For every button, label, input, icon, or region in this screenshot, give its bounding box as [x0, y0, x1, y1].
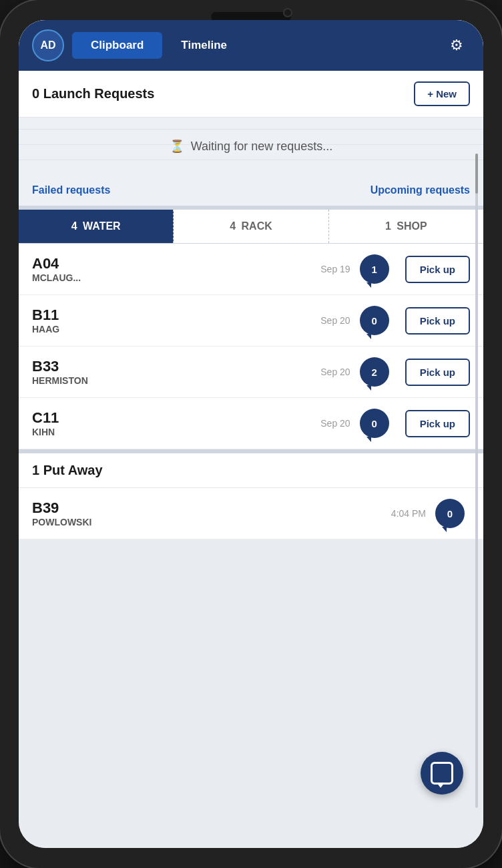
settings-button[interactable]: ⚙ — [443, 32, 470, 59]
item-middle: 4:04 PM 0 — [391, 499, 465, 528]
new-request-button[interactable]: + New — [414, 81, 470, 106]
failed-requests-link[interactable]: Failed requests — [32, 184, 110, 196]
comment-badge[interactable]: 0 — [360, 409, 389, 438]
tab-water[interactable]: 4 WATER — [19, 210, 174, 243]
list-item: B39 POWLOWSKI 4:04 PM 0 — [19, 488, 483, 539]
item-code: C11 — [32, 409, 320, 427]
item-name: MCLAUG... — [32, 272, 320, 283]
item-name: HERMISTON — [32, 375, 320, 386]
item-middle: Sep 20 0 — [320, 306, 389, 335]
pickup-button[interactable]: Pick up — [405, 359, 470, 386]
launch-requests-title: 0 Launch Requests — [32, 86, 154, 101]
scrollbar-track[interactable] — [475, 154, 478, 808]
item-name: POWLOWSKI — [32, 517, 391, 527]
category-tabs: 4 WATER 4 RACK 1 SHOP — [19, 210, 483, 244]
app-header: AD Clipboard Timeline ⚙ — [19, 20, 483, 71]
shop-count: 1 — [385, 220, 391, 232]
item-code: A04 — [32, 255, 320, 272]
tab-rack[interactable]: 4 RACK — [174, 210, 328, 243]
item-code: B33 — [32, 358, 320, 375]
chat-icon — [431, 762, 453, 785]
item-info: B11 HAAG — [32, 306, 320, 335]
waiting-message: Waiting for new requests... — [191, 140, 332, 153]
tab-timeline[interactable]: Timeline — [162, 32, 246, 59]
list-item: C11 KIHN Sep 20 0 Pick up — [19, 398, 483, 449]
item-info: B39 POWLOWSKI — [32, 499, 391, 527]
pickup-button[interactable]: Pick up — [405, 410, 470, 437]
item-date: Sep 20 — [320, 367, 350, 377]
item-middle: Sep 19 1 — [320, 254, 389, 284]
shop-label: SHOP — [397, 220, 427, 232]
links-row: Failed requests Upcoming requests — [19, 175, 483, 206]
item-info: A04 MCLAUG... — [32, 255, 320, 283]
comment-badge[interactable]: 1 — [360, 254, 389, 284]
water-items-list: A04 MCLAUG... Sep 19 1 Pick up B11 HAAG — [19, 244, 483, 449]
rack-count: 4 — [230, 220, 236, 232]
item-date: Sep 20 — [320, 418, 350, 429]
put-away-title: 1 Put Away — [32, 463, 103, 477]
comment-badge[interactable]: 2 — [360, 357, 389, 387]
item-date: Sep 19 — [320, 264, 350, 274]
list-item: A04 MCLAUG... Sep 19 1 Pick up — [19, 244, 483, 295]
item-middle: Sep 20 0 — [320, 409, 389, 438]
item-code: B11 — [32, 306, 320, 324]
put-away-items-list: B39 POWLOWSKI 4:04 PM 0 — [19, 488, 483, 539]
waiting-text: ⏳ Waiting for new requests... — [170, 140, 332, 153]
item-info: B33 HERMISTON — [32, 358, 320, 386]
launch-requests-header: 0 Launch Requests + New — [19, 71, 483, 118]
water-count: 4 — [71, 220, 77, 232]
rack-label: RACK — [242, 220, 272, 232]
put-away-header: 1 Put Away — [19, 449, 483, 488]
floating-chat-button[interactable] — [421, 752, 463, 795]
comment-badge[interactable]: 0 — [435, 499, 465, 528]
water-label: WATER — [83, 220, 121, 232]
item-code: B39 — [32, 499, 391, 517]
list-item: B33 HERMISTON Sep 20 2 Pick up — [19, 347, 483, 398]
item-info: C11 KIHN — [32, 409, 320, 437]
hourglass-icon: ⏳ — [170, 140, 184, 153]
comment-badge[interactable]: 0 — [360, 306, 389, 335]
user-avatar[interactable]: AD — [32, 29, 64, 61]
item-name: KIHN — [32, 427, 320, 437]
pickup-button[interactable]: Pick up — [405, 256, 470, 283]
pickup-button[interactable]: Pick up — [405, 307, 470, 335]
list-item: B11 HAAG Sep 20 0 Pick up — [19, 295, 483, 347]
waiting-area: ⏳ Waiting for new requests... — [19, 118, 483, 175]
tab-shop[interactable]: 1 SHOP — [329, 210, 483, 243]
item-date: 4:04 PM — [391, 508, 426, 519]
item-name: HAAG — [32, 324, 320, 335]
item-date: Sep 20 — [320, 315, 350, 326]
tab-group: Clipboard Timeline — [72, 32, 435, 59]
item-middle: Sep 20 2 — [320, 357, 389, 387]
upcoming-requests-link[interactable]: Upcoming requests — [370, 184, 470, 196]
scrollbar-thumb[interactable] — [475, 154, 478, 194]
tab-clipboard[interactable]: Clipboard — [72, 32, 162, 59]
